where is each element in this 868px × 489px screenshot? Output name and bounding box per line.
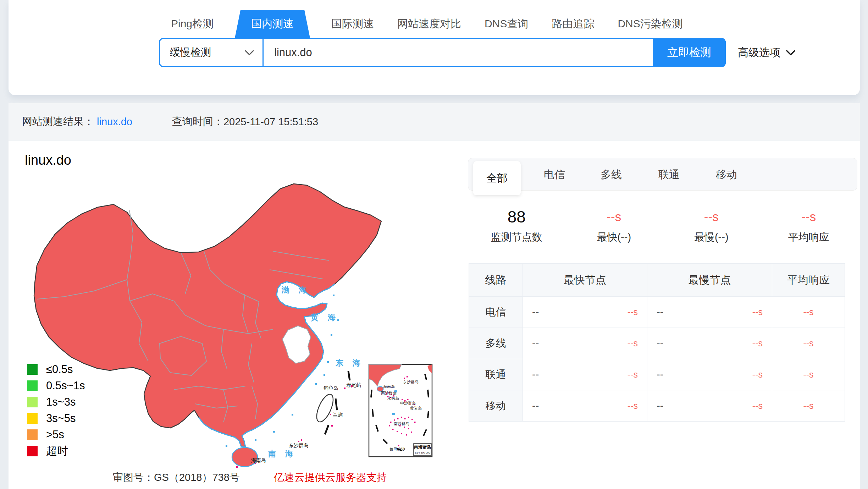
advanced-options-label: 高级选项 [738, 45, 780, 60]
stat-slowest: --s 最慢(--) [663, 208, 760, 244]
row-telecom-line: 电信 [469, 297, 523, 328]
average-time-value: --s [803, 338, 813, 348]
slowest-time-value: --s [752, 307, 763, 317]
query-time-label: 查询时间： [172, 115, 223, 129]
row-multiline-fastest: -- --s [523, 328, 647, 359]
legend-label: 3s~5s [46, 412, 76, 425]
island-label-diaoyudao: 钓鱼岛 [324, 385, 338, 391]
tab-ping[interactable]: Ping检测 [169, 10, 216, 38]
col-header-fastest-node: 最快节点 [523, 264, 647, 297]
col-header-slowest-node: 最慢节点 [647, 264, 772, 297]
line-tab-multiline[interactable]: 多线 [597, 158, 625, 191]
fastest-time-value: --s [627, 401, 638, 411]
slowest-time-value: --s [752, 369, 763, 380]
stats-panel: 全部 电信 多线 联通 移动 88 监测节点数 --s 最快(--) --s 最… [468, 158, 857, 438]
sponsor-link[interactable]: 亿速云提供云服务器支持 [274, 471, 387, 485]
fastest-time-value: --s [627, 338, 638, 348]
legend-label: 1s~3s [46, 396, 76, 408]
hainan-island [232, 447, 258, 467]
sea-label-huanghai: 黄 海 [310, 313, 339, 322]
tab-dns-query[interactable]: DNS查询 [482, 10, 530, 38]
tab-international-speed[interactable]: 国际测速 [329, 10, 376, 38]
row-multiline-line: 多线 [469, 328, 523, 359]
legend-item: ≤0.5s [27, 361, 85, 378]
map-credits: 审图号：GS（2018）738号 亿速云提供云服务器支持 [113, 471, 387, 485]
slowest-node-value: -- [657, 337, 663, 349]
inset-label-zhongsha: 中沙群岛 [400, 401, 416, 405]
stat-label: 最慢(--) [663, 230, 760, 244]
legend-swatch [27, 446, 38, 456]
fastest-node-value: -- [532, 369, 539, 380]
stat-average: --s 平均响应 [760, 208, 858, 244]
legend-label: 超时 [46, 444, 68, 458]
result-label: 网站测速结果： [22, 115, 94, 129]
row-unicom-slowest: -- --s [647, 359, 772, 390]
stat-value: --s [663, 208, 760, 226]
inset-label-huangyandao: 黄岩岛 [410, 406, 422, 410]
result-summary-bar: 网站测速结果： linux.do 查询时间： 2025-11-07 15:51:… [9, 103, 860, 140]
row-mobile-fastest: -- --s [523, 390, 647, 422]
stat-label: 监测节点数 [468, 230, 565, 244]
sea-label-bohai: 渤 海 [281, 285, 310, 294]
search-bar: 缓慢检测 立即检测 [159, 38, 726, 67]
advanced-options[interactable]: 高级选项 [738, 38, 795, 67]
col-header-average: 平均响应 [772, 264, 845, 297]
service-tabs: Ping检测 国内测速 国际测速 网站速度对比 DNS查询 路由追踪 DNS污染… [169, 10, 685, 38]
row-mobile-average: --s [772, 390, 845, 422]
inset-label-hainandao: 海南岛 [383, 384, 395, 389]
slowest-node-value: -- [657, 306, 663, 318]
mode-select-value: 缓慢检测 [170, 45, 211, 60]
legend-label: 0.5s~1s [46, 379, 85, 392]
tab-domestic-speed[interactable]: 国内测速 [235, 10, 310, 38]
slowest-time-value: --s [752, 401, 763, 411]
summary-stats: 88 监测节点数 --s 最快(--) --s 最慢(--) --s 平均响应 [468, 208, 857, 244]
legend-label: >5s [46, 428, 64, 441]
query-time-value: 2025-11-07 15:51:53 [223, 116, 318, 128]
check-now-button[interactable]: 立即检测 [653, 38, 726, 67]
inset-label-nansha: 南沙群岛 [394, 422, 409, 426]
line-tab-telecom[interactable]: 电信 [540, 158, 569, 191]
row-unicom-average: --s [772, 359, 845, 390]
mode-select[interactable]: 缓慢检测 [160, 39, 264, 66]
line-tab-mobile[interactable]: 移动 [712, 158, 741, 191]
stat-label: 最快(--) [565, 230, 663, 244]
tab-site-speed-compare[interactable]: 网站速度对比 [395, 10, 463, 38]
average-time-value: --s [803, 307, 813, 317]
legend-item: >5s [27, 427, 85, 443]
legend-label: ≤0.5s [46, 363, 73, 376]
line-tabs: 全部 电信 多线 联通 移动 [468, 158, 857, 191]
legend-item: 3s~5s [27, 410, 85, 427]
stat-label: 平均响应 [760, 230, 858, 244]
slowest-node-value: -- [657, 369, 663, 380]
tab-traceroute[interactable]: 路由追踪 [549, 10, 596, 38]
fastest-time-value: --s [627, 307, 638, 317]
row-telecom-average: --s [772, 297, 845, 328]
legend-item: 1s~3s [27, 394, 85, 410]
fastest-time-value: --s [627, 369, 638, 380]
search-card: Ping检测 国内测速 国际测速 网站速度对比 DNS查询 路由追踪 DNS污染… [9, 0, 860, 95]
line-tab-all[interactable]: 全部 [473, 161, 521, 195]
line-stats-table: 线路 最快节点 最慢节点 平均响应 电信 -- --s -- --s --s 多… [469, 263, 845, 422]
row-multiline-average: --s [772, 328, 845, 359]
map-domain-title: linux.do [25, 153, 71, 168]
taiwan-island [313, 392, 336, 424]
inset-label-xisha: 西沙群岛 [381, 391, 397, 395]
row-telecom-slowest: -- --s [647, 297, 772, 328]
average-time-value: --s [803, 401, 813, 411]
inset-scale: 1:64 300 000 [415, 451, 430, 454]
line-tab-unicom[interactable]: 联通 [655, 158, 683, 191]
tab-dns-pollution[interactable]: DNS污染检测 [615, 10, 685, 38]
south-china-sea-inset: 东沙群岛 海南岛 西沙群岛 永兴岛 中沙群岛 黄岩岛 南沙群岛 曾母暗沙 南海诸… [369, 364, 432, 457]
legend-swatch [27, 397, 38, 407]
result-domain-link[interactable]: linux.do [97, 116, 132, 128]
legend-item: 超时 [27, 443, 85, 459]
map-legend: ≤0.5s 0.5s~1s 1s~3s 3s~5s >5s 超时 [27, 361, 85, 459]
col-header-line: 线路 [469, 264, 523, 297]
china-speed-map: 渤 海 黄 海 东 海 南 海 钓鱼岛 赤尾屿 兰屿 东沙群岛 海南岛 [25, 177, 433, 468]
map-license: 审图号：GS（2018）738号 [113, 471, 240, 485]
stat-value: --s [565, 208, 663, 226]
chevron-down-icon [245, 50, 254, 55]
inset-label-zengmu: 曾母暗沙 [389, 447, 405, 451]
row-unicom-fastest: -- --s [523, 359, 647, 390]
island-label-lanyu: 兰屿 [333, 412, 343, 418]
